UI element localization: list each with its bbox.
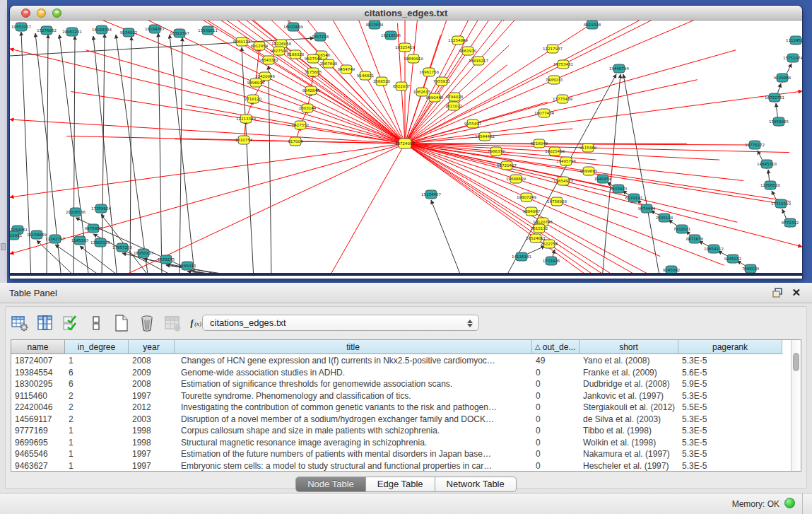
graph-edge[interactable]: [47, 35, 48, 276]
graph-edge[interactable]: [478, 21, 559, 61]
graph-node[interactable]: 1588520: [373, 77, 391, 86]
column-header-year[interactable]: year: [129, 340, 175, 354]
tab-edge-table[interactable]: Edge Table: [366, 477, 435, 492]
citation-network-graph[interactable]: 1055325715276062200612311618333491340221…: [10, 21, 802, 276]
memory-ok-indicator-icon[interactable]: [784, 498, 795, 508]
graph-edge[interactable]: [180, 37, 182, 276]
table-row[interactable]: 977716911998Corpus callosum shape and si…: [11, 425, 792, 437]
graph-edge[interactable]: [458, 21, 517, 40]
graph-node[interactable]: 20206536: [66, 208, 86, 216]
table-row[interactable]: 946554611997Estimation of the future num…: [11, 448, 792, 460]
graph-node[interactable]: 16313397: [170, 29, 189, 37]
graph-edge[interactable]: [431, 200, 462, 276]
column-header-title[interactable]: title: [175, 340, 532, 354]
row-height-icon[interactable]: [88, 315, 105, 332]
column-header-name[interactable]: name: [11, 340, 65, 354]
graph-node[interactable]: 9155497: [464, 119, 482, 128]
graph-edge[interactable]: [405, 61, 478, 144]
new-document-icon[interactable]: [113, 315, 130, 332]
graph-node[interactable]: 1733426: [543, 257, 560, 265]
graph-node[interactable]: 9242848: [302, 86, 320, 95]
table-selector-dropdown[interactable]: citations_edges.txt: [202, 315, 479, 331]
table-row[interactable]: 1830029562008Estimation of significance …: [11, 378, 792, 390]
network-window-titlebar[interactable]: citations_edges.txt: [10, 6, 802, 21]
graph-node[interactable]: 19448794: [609, 64, 629, 73]
table-settings-icon[interactable]: [11, 315, 28, 332]
graph-node[interactable]: 17710310: [771, 199, 791, 208]
table-row[interactable]: 911546021997Tourette syndrome. Phenomeno…: [11, 390, 792, 402]
graph-node[interactable]: 9245092: [663, 266, 681, 274]
side-panel-handle[interactable]: [1, 243, 6, 250]
graph-node[interactable]: 12706520: [760, 181, 780, 189]
table-row[interactable]: 946362711997Embryonic stem cells: a mode…: [11, 460, 792, 472]
column-header-pagerank[interactable]: pagerank: [678, 340, 782, 354]
table-row[interactable]: 1456911722003Disruption of a novel membe…: [11, 414, 792, 426]
graph-edge[interactable]: [485, 129, 572, 136]
graph-edge[interactable]: [21, 32, 31, 276]
graph-node[interactable]: 16033809: [283, 23, 303, 31]
graph-node[interactable]: 8813054: [366, 21, 384, 29]
graph-node[interactable]: 9146821: [357, 71, 375, 80]
table-scrollbar[interactable]: [791, 340, 801, 471]
graph-edge[interactable]: [563, 181, 737, 222]
graph-node[interactable]: 13505135: [90, 238, 110, 247]
graph-edge[interactable]: [413, 21, 423, 59]
graph-node[interactable]: 18544462: [475, 132, 495, 141]
graph-node[interactable]: 18325419: [395, 43, 415, 52]
graph-node[interactable]: 10025458: [545, 147, 565, 156]
graph-edge[interactable]: [130, 37, 131, 276]
graph-node[interactable]: 6794028: [446, 93, 464, 101]
graph-node[interactable]: 15134457: [421, 190, 441, 199]
graph-node[interactable]: 8186328: [287, 50, 305, 59]
graph-edge[interactable]: [328, 144, 405, 276]
graph-node[interactable]: 12213349: [236, 115, 256, 123]
graph-node[interactable]: 16816217: [469, 57, 488, 65]
graph-node[interactable]: 11254849: [448, 36, 468, 45]
graph-node[interactable]: 16722751: [765, 93, 784, 102]
graph-node[interactable]: 2803144: [299, 104, 317, 112]
graph-edge[interactable]: [10, 144, 405, 197]
graph-edge[interactable]: [468, 21, 537, 51]
graph-edge[interactable]: [158, 33, 162, 276]
graph-edge[interactable]: [405, 144, 543, 222]
graph-edge[interactable]: [313, 59, 405, 144]
graph-node[interactable]: 7932821: [673, 225, 691, 233]
graph-edge[interactable]: [269, 66, 271, 276]
graph-edge[interactable]: [553, 21, 715, 49]
graph-node[interactable]: 3175685: [305, 68, 322, 76]
tab-node-table[interactable]: Node Table: [295, 477, 366, 492]
tab-network-table[interactable]: Network Table: [435, 477, 517, 492]
graph-edge[interactable]: [10, 144, 405, 254]
float-panel-icon[interactable]: [772, 288, 784, 298]
table-row[interactable]: 1938455462009Genome-wide association stu…: [11, 367, 792, 379]
graph-node[interactable]: 7857224: [312, 33, 329, 41]
graph-node[interactable]: 2867608: [320, 59, 338, 68]
table-row[interactable]: 1872400712008Changes of HCN gene express…: [11, 355, 792, 367]
graph-node[interactable]: 817004: [288, 137, 303, 146]
graph-node[interactable]: 6772312: [782, 218, 799, 227]
close-panel-icon[interactable]: ✕: [792, 286, 801, 299]
graph-node[interactable]: 17359924: [91, 204, 111, 213]
graph-node[interactable]: 15958085: [769, 117, 789, 126]
table-scrollbar-thumb[interactable]: [793, 353, 799, 371]
graph-node[interactable]: 16961758: [419, 68, 439, 76]
graph-node[interactable]: 18184367: [145, 25, 165, 33]
graph-node[interactable]: 15276062: [37, 26, 57, 35]
delete-trash-icon[interactable]: [139, 315, 155, 332]
graph-node[interactable]: 9129968: [774, 74, 792, 82]
graph-edge[interactable]: [66, 136, 244, 141]
graph-edge[interactable]: [10, 38, 314, 56]
graph-node[interactable]: 7698129: [742, 264, 760, 273]
column-header-short[interactable]: short: [579, 340, 678, 354]
graph-node[interactable]: 16958107: [134, 249, 153, 257]
graph-node[interactable]: 8454749: [338, 65, 355, 74]
graph-node[interactable]: 14845318: [757, 160, 777, 168]
graph-node[interactable]: 11156869: [27, 230, 47, 239]
table-row[interactable]: 2242004622012Investigating the contribut…: [11, 402, 792, 414]
graph-node[interactable]: 8322037: [393, 82, 411, 90]
graph-node[interactable]: 18640910: [404, 54, 423, 63]
graph-node[interactable]: 15751074: [783, 54, 802, 62]
graph-edge[interactable]: [175, 139, 296, 141]
graph-node[interactable]: 6179197: [625, 194, 643, 202]
graph-node[interactable]: 2718120: [245, 95, 262, 103]
